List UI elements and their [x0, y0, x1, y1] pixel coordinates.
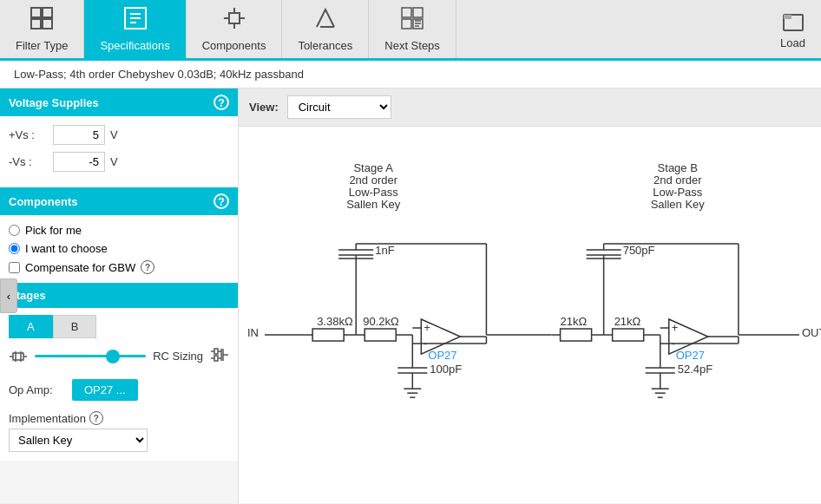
svg-rect-71 [613, 329, 644, 341]
svg-rect-42 [365, 329, 396, 341]
stage-tab-a[interactable]: A [9, 315, 53, 338]
subtitle-text: Low-Pass; 4th order Chebyshev 0.03dB; 40… [14, 68, 304, 81]
nav-load[interactable]: Load [765, 0, 821, 58]
plus-vs-label: +Vs : [9, 128, 48, 141]
stage-a-line4: Sallen Key [346, 198, 401, 211]
specifications-label: Specifications [100, 39, 169, 52]
components-icon [222, 6, 246, 36]
svg-text:+: + [424, 321, 430, 334]
voltage-supplies-header: Voltage Supplies ? [0, 88, 238, 116]
rc-sizing-row: RC Sizing [0, 338, 238, 374]
r2-label: 90.2kΩ [363, 315, 399, 328]
svg-rect-16 [402, 19, 411, 29]
compensate-gbw-checkbox[interactable] [9, 262, 20, 273]
subtitle-bar: Low-Pass; 4th order Chebyshev 0.03dB; 40… [0, 61, 821, 88]
implementation-select[interactable]: Sallen Key Multiple Feedback [9, 429, 148, 452]
c3-label: 52.4pF [678, 363, 713, 376]
svg-rect-22 [784, 15, 791, 19]
rc-slider[interactable] [35, 348, 146, 365]
view-label: View: [249, 101, 279, 114]
i-want-to-choose-radio[interactable] [9, 243, 20, 254]
stage-a-line3: Low-Pass [349, 186, 399, 199]
top-nav: Filter Type Specifications Components [0, 0, 821, 61]
view-select[interactable]: Circuit Schematic BOM [287, 95, 391, 119]
stage-b-line2: 2nd order [654, 173, 702, 187]
compensate-gbw-help[interactable]: ? [141, 260, 154, 274]
opamp-button[interactable]: OP27 ... [72, 379, 138, 401]
view-bar: View: Circuit Schematic BOM [239, 88, 821, 127]
nav-tolerances[interactable]: Tolerances [282, 0, 369, 58]
out-label: OUT [802, 326, 821, 339]
next-steps-icon [400, 6, 424, 36]
svg-text:+: + [672, 321, 679, 334]
stage-a-line1: Stage A [353, 161, 393, 174]
components-title: Components [9, 195, 77, 208]
in-label: IN [247, 326, 259, 339]
plus-vs-unit: V [110, 128, 118, 141]
rc-icon-left [9, 347, 28, 366]
svg-rect-1 [43, 8, 52, 17]
collapse-button[interactable]: ‹ [0, 278, 17, 313]
plus-vs-row: +Vs : V [9, 125, 229, 145]
stages-section: Stages A B [0, 283, 238, 461]
pick-for-me-radio[interactable] [9, 225, 20, 236]
load-icon [781, 10, 805, 36]
next-steps-label: Next Steps [384, 39, 440, 52]
op27-b-label: OP27 [676, 349, 705, 362]
voltage-supplies-section: Voltage Supplies ? +Vs : V -Vs : V [0, 88, 238, 187]
implementation-help[interactable]: ? [89, 411, 103, 425]
i-want-to-choose-row: I want to choose [9, 242, 229, 255]
plus-vs-input[interactable] [53, 125, 105, 145]
svg-rect-39 [312, 329, 344, 341]
svg-rect-31 [214, 356, 218, 361]
stage-a-line2: 2nd order [349, 173, 397, 187]
components-help[interactable]: ? [213, 193, 229, 209]
circuit-area: Stage A 2nd order Low-Pass Sallen Key St… [239, 127, 821, 503]
voltage-supplies-help[interactable]: ? [213, 95, 229, 110]
implementation-row: Implementation ? Sallen Key Multiple Fee… [0, 406, 238, 461]
svg-rect-2 [31, 19, 41, 29]
specifications-icon [123, 6, 148, 36]
nav-specifications[interactable]: Specifications [84, 0, 186, 58]
svg-rect-8 [229, 13, 240, 23]
circuit-diagram: Stage A 2nd order Low-Pass Sallen Key St… [239, 127, 821, 503]
filter-type-icon [30, 6, 54, 36]
svg-rect-30 [214, 349, 218, 354]
stage-b-line3: Low-Pass [653, 186, 703, 199]
components-content: Pick for me I want to choose Compensate … [0, 215, 238, 283]
nav-filter-type[interactable]: Filter Type [0, 0, 84, 58]
minus-vs-input[interactable] [53, 152, 105, 172]
svg-rect-68 [561, 329, 592, 341]
svg-rect-3 [43, 19, 52, 29]
minus-vs-row: -Vs : V [9, 152, 229, 172]
opamp-row: Op Amp: OP27 ... [0, 374, 238, 406]
nav-components[interactable]: Components [187, 0, 283, 58]
r4-label: 21kΩ [614, 315, 641, 328]
tolerances-label: Tolerances [298, 39, 352, 52]
components-label: Components [202, 39, 266, 52]
i-want-to-choose-label: I want to choose [25, 242, 108, 255]
components-section: Components ? Pick for me I want to choos… [0, 187, 238, 283]
implementation-label: Implementation ? [9, 411, 229, 425]
tolerances-icon [313, 6, 338, 36]
minus-vs-label: -Vs : [9, 155, 48, 168]
components-header: Components ? [0, 187, 238, 215]
stage-b-line1: Stage B [658, 161, 698, 174]
r1-label: 3.38kΩ [317, 315, 353, 328]
stage-tabs: A B [0, 308, 238, 338]
compensate-gbw-row: Compensate for GBW ? [9, 260, 229, 274]
nav-next-steps[interactable]: Next Steps [369, 0, 456, 58]
stage-b-line4: Sallen Key [651, 198, 706, 211]
stage-tab-b[interactable]: B [53, 315, 97, 338]
rc-slider-thumb[interactable] [106, 350, 120, 363]
c2-label: 1nF [375, 244, 394, 257]
r3-label: 21kΩ [561, 315, 588, 328]
svg-rect-0 [31, 8, 41, 17]
filter-type-label: Filter Type [16, 39, 68, 52]
collapse-icon: ‹ [7, 290, 10, 303]
opamp-label: Op Amp: [9, 383, 65, 396]
c1-label: 100pF [430, 363, 462, 376]
main-layout: ‹ Voltage Supplies ? +Vs : V -Vs : V [0, 88, 821, 503]
c4-label: 750pF [623, 244, 655, 257]
rc-sizing-label: RC Sizing [153, 350, 203, 363]
